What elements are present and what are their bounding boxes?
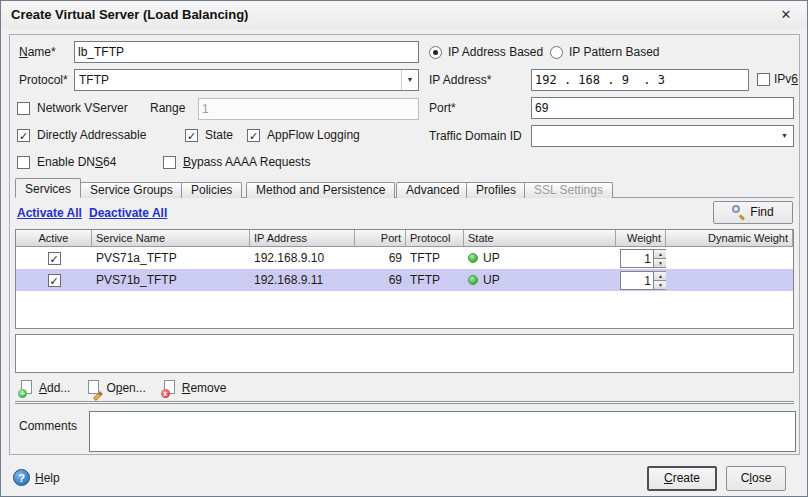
status-up-icon bbox=[468, 253, 478, 263]
tab-advanced[interactable]: Advanced bbox=[396, 182, 469, 198]
spin-down-icon[interactable]: ▼ bbox=[654, 259, 666, 268]
weight-stepper[interactable]: 1 ▲▼ bbox=[620, 249, 666, 268]
appflow-logging-checkbox[interactable]: ✓ bbox=[247, 129, 260, 142]
col-port[interactable]: Port bbox=[355, 230, 406, 246]
directly-addressable-checkbox[interactable]: ✓ bbox=[17, 129, 30, 142]
titlebar: Create Virtual Server (Load Balancing) ✕ bbox=[1, 1, 807, 29]
edit-service-icon bbox=[86, 380, 101, 396]
state-label: State bbox=[205, 128, 233, 142]
create-virtual-server-dialog: Create Virtual Server (Load Balancing) ✕… bbox=[0, 0, 808, 497]
separator bbox=[15, 401, 794, 404]
comments-label: Comments bbox=[19, 419, 77, 433]
cell-port: 69 bbox=[355, 251, 406, 265]
ipv6-checkbox[interactable] bbox=[757, 73, 770, 86]
tab-ssl-settings: SSL Settings bbox=[524, 182, 613, 198]
col-dynamic-weight[interactable]: Dynamic Weight bbox=[666, 230, 793, 246]
remove-service-icon: x bbox=[162, 380, 177, 396]
cell-protocol: TFTP bbox=[406, 251, 464, 265]
name-label: Name* bbox=[19, 45, 56, 59]
ipv6-label: IPv6 bbox=[774, 72, 798, 86]
activate-all-link[interactable]: Activate All bbox=[17, 206, 82, 220]
cell-service-name: PVS71b_TFTP bbox=[92, 273, 250, 287]
bypass-aaaa-label: Bypass AAAA Requests bbox=[183, 155, 310, 169]
ip-address-based-radio[interactable] bbox=[429, 46, 442, 59]
help-icon[interactable]: ? bbox=[13, 469, 30, 486]
cell-ip-address: 192.168.9.10 bbox=[250, 251, 355, 265]
remove-button[interactable]: x Remove bbox=[162, 380, 227, 396]
services-toolbar: + Add... Open... x Remove bbox=[19, 378, 226, 398]
close-button[interactable]: Close bbox=[726, 466, 786, 491]
weight-stepper[interactable]: 1 ▲▼ bbox=[620, 271, 666, 290]
table-header: Active Service Name IP Address Port Prot… bbox=[16, 230, 793, 247]
cell-ip-address: 192.168.9.11 bbox=[250, 273, 355, 287]
open-button[interactable]: Open... bbox=[86, 380, 145, 396]
remove-label: Remove bbox=[182, 381, 227, 395]
traffic-domain-select[interactable]: ▼ bbox=[531, 125, 794, 147]
col-protocol[interactable]: Protocol bbox=[406, 230, 464, 246]
add-service-icon: + bbox=[19, 380, 34, 396]
col-weight[interactable]: Weight bbox=[616, 230, 666, 246]
protocol-value: TFTP bbox=[79, 70, 109, 90]
find-button[interactable]: Find bbox=[713, 201, 793, 224]
comments-input[interactable] bbox=[89, 411, 796, 452]
chevron-down-icon: ▼ bbox=[776, 126, 793, 146]
cell-weight: 1 ▲▼ bbox=[616, 271, 666, 290]
table-row[interactable]: ✓ PVS71a_TFTP 192.168.9.10 69 TFTP UP 1 … bbox=[16, 247, 793, 269]
port-label: Port* bbox=[429, 101, 456, 115]
col-ip-address[interactable]: IP Address bbox=[250, 230, 355, 246]
ip-pattern-based-radio[interactable] bbox=[550, 46, 563, 59]
ip-address-label: IP Address* bbox=[429, 73, 491, 87]
help-link[interactable]: Help bbox=[35, 471, 60, 485]
col-service-name[interactable]: Service Name bbox=[92, 230, 250, 246]
deactivate-all-link[interactable]: Deactivate All bbox=[89, 206, 167, 220]
enable-dns64-label: Enable DNS64 bbox=[37, 155, 116, 169]
appflow-logging-label: AppFlow Logging bbox=[267, 128, 360, 142]
ip-address-based-label: IP Address Based bbox=[448, 45, 543, 59]
network-vserver-checkbox[interactable] bbox=[17, 102, 30, 115]
protocol-select[interactable]: TFTP ▼ bbox=[74, 69, 419, 91]
spin-down-icon[interactable]: ▼ bbox=[654, 281, 666, 290]
cell-weight: 1 ▲▼ bbox=[616, 249, 666, 268]
add-label: Add... bbox=[39, 381, 70, 395]
col-active[interactable]: Active bbox=[16, 230, 92, 246]
table-row-selected[interactable]: ✓ PVS71b_TFTP 192.168.9.11 69 TFTP UP 1 … bbox=[16, 269, 793, 291]
search-icon bbox=[732, 205, 745, 218]
network-vserver-label: Network VServer bbox=[37, 101, 128, 115]
bypass-aaaa-checkbox[interactable] bbox=[163, 156, 176, 169]
port-input[interactable] bbox=[531, 97, 794, 119]
cell-port: 69 bbox=[355, 273, 406, 287]
row-active-checkbox[interactable]: ✓ bbox=[48, 274, 61, 287]
tab-policies[interactable]: Policies bbox=[181, 182, 242, 198]
spin-up-icon[interactable]: ▲ bbox=[654, 249, 666, 259]
row-active-checkbox[interactable]: ✓ bbox=[48, 252, 61, 265]
add-button[interactable]: + Add... bbox=[19, 380, 70, 396]
name-input[interactable] bbox=[74, 41, 419, 63]
tab-method-and-persistence[interactable]: Method and Persistence bbox=[246, 182, 395, 198]
cell-service-name: PVS71a_TFTP bbox=[92, 251, 250, 265]
col-state[interactable]: State bbox=[464, 230, 616, 246]
detail-panel bbox=[15, 334, 794, 373]
status-up-icon bbox=[468, 275, 478, 285]
enable-dns64-checkbox[interactable] bbox=[17, 156, 30, 169]
dialog-title: Create Virtual Server (Load Balancing) bbox=[11, 1, 248, 29]
tab-service-groups[interactable]: Service Groups bbox=[80, 182, 183, 198]
ip-address-input[interactable] bbox=[531, 69, 749, 91]
spin-up-icon[interactable]: ▲ bbox=[654, 271, 666, 281]
cell-state: UP bbox=[464, 251, 616, 265]
open-label: Open... bbox=[106, 381, 145, 395]
state-checkbox[interactable]: ✓ bbox=[185, 129, 198, 142]
directly-addressable-label: Directly Addressable bbox=[37, 128, 146, 142]
ip-pattern-based-label: IP Pattern Based bbox=[569, 45, 660, 59]
tab-services[interactable]: Services bbox=[15, 178, 81, 198]
range-label: Range bbox=[150, 101, 185, 115]
protocol-label: Protocol* bbox=[19, 73, 68, 87]
close-icon[interactable]: ✕ bbox=[771, 1, 801, 29]
create-button[interactable]: Create bbox=[647, 466, 717, 491]
range-input bbox=[198, 98, 419, 120]
traffic-domain-label: Traffic Domain ID bbox=[429, 129, 522, 143]
chevron-down-icon: ▼ bbox=[401, 70, 418, 90]
cell-protocol: TFTP bbox=[406, 273, 464, 287]
services-table: Active Service Name IP Address Port Prot… bbox=[15, 229, 794, 329]
tab-profiles[interactable]: Profiles bbox=[466, 182, 526, 198]
cell-state: UP bbox=[464, 273, 616, 287]
